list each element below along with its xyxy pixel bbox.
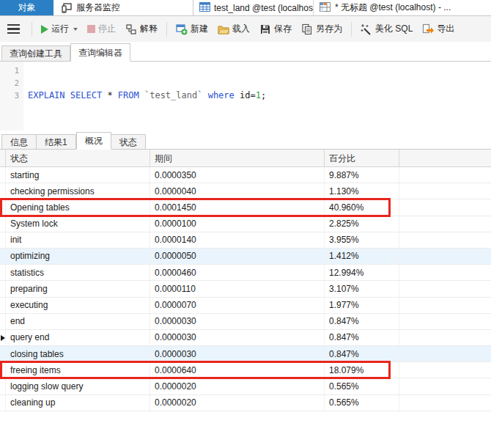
explain-button[interactable]: 解释	[121, 20, 162, 38]
status-cell[interactable]: logging slow query	[6, 378, 150, 394]
duration-cell[interactable]: 0.0000070	[150, 298, 325, 313]
status-cell[interactable]: preparing	[6, 281, 150, 296]
line-number: 2	[0, 77, 19, 89]
tab-server-monitor[interactable]: 服务器监控	[53, 0, 193, 15]
percent-cell[interactable]: 12.994%	[325, 265, 399, 280]
duration-cell[interactable]: 0.0000350	[150, 167, 325, 183]
query-builder-label: 查询创建工具	[10, 48, 62, 59]
export-button[interactable]: 导出	[418, 20, 459, 38]
status-cell[interactable]: closing tables	[6, 346, 150, 361]
toolbar-separator	[32, 22, 32, 37]
duration-cell[interactable]: 0.0000030	[150, 346, 325, 361]
status-cell[interactable]: init	[6, 232, 150, 248]
status-cell[interactable]: executing	[6, 298, 150, 313]
column-header-percent[interactable]: 百分比	[325, 150, 399, 166]
table-row[interactable]: closing tables0.00000300.847%	[0, 346, 491, 362]
status-cell[interactable]: System lock	[6, 216, 150, 232]
table-row[interactable]: checking permissions0.00000401.130%	[0, 183, 491, 199]
percent-cell[interactable]: 1.412%	[325, 249, 399, 264]
tab-profile[interactable]: 概况	[76, 132, 111, 150]
column-header-status[interactable]: 状态	[6, 150, 150, 166]
tab-info[interactable]: 信息	[1, 134, 37, 150]
tab-query-builder[interactable]: 查询创建工具	[1, 45, 70, 62]
percent-cell[interactable]: 18.079%	[325, 362, 399, 378]
table-row[interactable]: statistics0.000046012.994%	[0, 265, 491, 281]
tab-objects[interactable]: 对象	[0, 0, 53, 15]
new-button[interactable]: 新建	[171, 20, 213, 38]
percent-cell[interactable]: 3.955%	[325, 232, 399, 248]
column-header-duration[interactable]: 期间	[150, 150, 325, 166]
status-cell[interactable]: statistics	[6, 265, 150, 280]
load-button[interactable]: 载入	[213, 20, 254, 38]
table-row[interactable]: starting0.00003509.887%	[0, 167, 491, 183]
table-row[interactable]: optimizing0.00000501.412%	[0, 249, 491, 265]
stop-button[interactable]: 停止	[83, 20, 120, 38]
table-row[interactable]: end0.00000300.847%	[0, 314, 491, 330]
save-label: 保存	[274, 23, 292, 35]
duration-cell[interactable]: 0.0000040	[150, 183, 325, 199]
percent-cell[interactable]: 40.960%	[325, 199, 399, 215]
duration-cell[interactable]: 0.0000640	[150, 362, 325, 378]
percent-cell[interactable]: 0.847%	[325, 346, 399, 361]
percent-cell[interactable]: 0.847%	[325, 330, 399, 345]
percent-cell[interactable]: 3.107%	[325, 281, 399, 296]
table-row[interactable]: query end0.00000300.847%	[0, 330, 491, 346]
percent-cell[interactable]: 1.977%	[325, 298, 399, 313]
duration-cell[interactable]: 0.0000460	[150, 265, 325, 280]
duration-cell[interactable]: 0.0001450	[150, 199, 325, 215]
status-cell[interactable]: freeing items	[6, 362, 150, 378]
status-cell[interactable]: Opening tables	[6, 199, 150, 215]
tab-table-test-land[interactable]: test_land @test (localhost) -...	[193, 0, 314, 15]
status-cell[interactable]: query end	[6, 330, 150, 345]
run-play-icon	[41, 25, 48, 34]
status-cell[interactable]: cleaning up	[6, 395, 150, 411]
status-cell[interactable]: end	[6, 314, 150, 329]
tab-status[interactable]: 状态	[111, 134, 146, 150]
table-row[interactable]: freeing items0.000064018.079%	[0, 362, 491, 378]
status-cell[interactable]: optimizing	[6, 249, 150, 264]
sql-editor[interactable]: 1 2 3 EXPLAIN SELECT * FROM `test_land` …	[0, 62, 491, 131]
status-cell[interactable]: checking permissions	[6, 183, 150, 199]
percent-cell[interactable]: 0.565%	[325, 395, 399, 411]
sql-code-area[interactable]: EXPLAIN SELECT * FROM `test_land` where …	[23, 62, 491, 131]
duration-cell[interactable]: 0.0000100	[150, 216, 325, 232]
duration-cell[interactable]: 0.0000110	[150, 281, 325, 296]
beautify-sql-button[interactable]: 美化 SQL	[356, 20, 417, 38]
percent-cell[interactable]: 2.825%	[325, 216, 399, 232]
explain-label: 解释	[140, 23, 158, 35]
percent-cell[interactable]: 0.565%	[325, 378, 399, 394]
duration-cell[interactable]: 0.0000050	[150, 249, 325, 264]
tab-query-untitled[interactable]: * 无标题 @test (localhost) - ...	[314, 0, 491, 15]
run-label: 运行	[51, 23, 69, 35]
percent-cell[interactable]: 0.847%	[325, 314, 399, 329]
percent-cell[interactable]: 1.130%	[325, 183, 399, 199]
menu-hamburger-icon[interactable]	[7, 24, 20, 34]
table-row[interactable]: cleaning up0.00000200.565%	[0, 395, 491, 411]
status-cell[interactable]: starting	[6, 167, 150, 183]
tab-query-editor[interactable]: 查询编辑器	[70, 43, 130, 62]
save-as-button[interactable]: 另存为	[297, 20, 347, 38]
duration-cell[interactable]: 0.0000020	[150, 395, 325, 411]
new-label: 新建	[191, 23, 208, 35]
tab-result1[interactable]: 结果1	[37, 134, 76, 150]
duration-cell[interactable]: 0.0000140	[150, 232, 325, 248]
save-button[interactable]: 保存	[255, 20, 296, 38]
table-row[interactable]: System lock0.00001002.825%	[0, 216, 491, 232]
line-number: 3	[0, 89, 19, 102]
sql-token: where	[208, 90, 240, 100]
table-row[interactable]: executing0.00000701.977%	[0, 298, 491, 314]
table-row[interactable]: Opening tables0.000145040.960%	[0, 199, 491, 216]
table-row[interactable]: logging slow query0.00000200.565%	[0, 378, 491, 394]
table-row[interactable]: preparing0.00001103.107%	[0, 281, 491, 297]
table-row[interactable]: init0.00001403.955%	[0, 232, 491, 249]
run-button[interactable]: 运行	[37, 20, 82, 38]
duration-cell[interactable]: 0.0000020	[150, 378, 325, 394]
percent-cell[interactable]: 9.887%	[325, 167, 399, 183]
duration-cell[interactable]: 0.0000030	[150, 330, 325, 345]
duration-cell[interactable]: 0.0000030	[150, 314, 325, 329]
explain-icon	[125, 23, 137, 35]
profile-grid: 状态 期间 百分比 starting0.00003509.887%checkin…	[0, 150, 491, 448]
current-row-arrow-icon	[1, 335, 5, 341]
chevron-down-icon[interactable]	[73, 28, 78, 31]
row-indicator-cell	[0, 265, 6, 280]
